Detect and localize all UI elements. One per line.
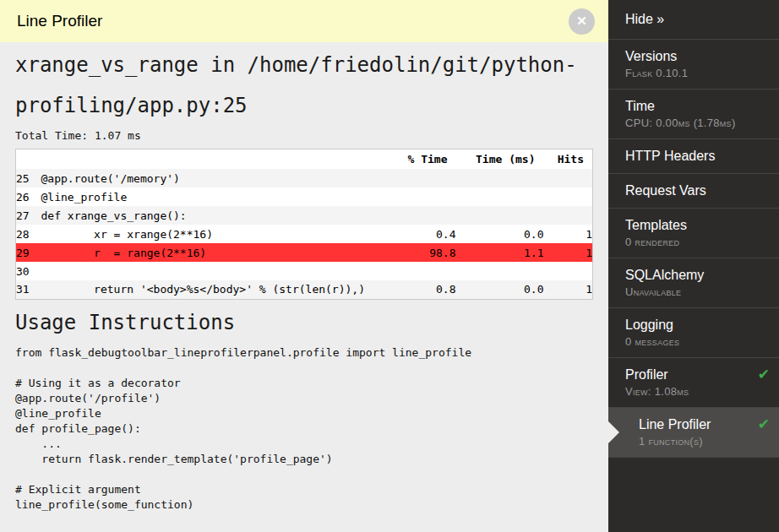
pct-time-cell bbox=[389, 187, 456, 206]
time-ms-cell: 1.1 bbox=[456, 243, 544, 262]
code-cell: r = range(2**16) bbox=[41, 243, 389, 262]
hits-cell: 1 bbox=[544, 243, 593, 262]
sidebar-item-label: SQLAlchemy bbox=[625, 267, 762, 284]
sidebar-item-label: Line Profiler bbox=[639, 416, 762, 433]
active-panel-arrow-icon bbox=[608, 421, 619, 443]
line-number: 31 bbox=[16, 280, 41, 299]
check-icon: ✔ bbox=[758, 415, 770, 433]
table-row: 29 r = range(2**16) 98.8 1.1 1 bbox=[16, 243, 593, 262]
column-pct-time: % Time bbox=[389, 149, 456, 170]
table-row: 27 def xrange_vs_range(): bbox=[16, 206, 593, 225]
table-row: 31 return '<body>%s</body>' % (str(len(r… bbox=[16, 280, 593, 299]
sidebar-item-templates[interactable]: Templates 0 rendered bbox=[608, 209, 779, 258]
profile-table: % Time Time (ms) Hits 25 @app.route('/me… bbox=[15, 149, 593, 300]
hits-cell: 1 bbox=[544, 225, 593, 243]
pct-time-cell: 98.8 bbox=[389, 243, 456, 262]
line-number: 30 bbox=[16, 262, 41, 280]
toolbar-sidebar: Hide » Versions Flask 0.10.1 Time CPU: 0… bbox=[608, 0, 779, 532]
time-ms-cell: 0.0 bbox=[456, 225, 544, 243]
usage-heading: Usage Instructions bbox=[15, 307, 593, 339]
code-cell bbox=[41, 262, 389, 280]
sidebar-item-subtitle: Flask 0.10.1 bbox=[625, 67, 762, 80]
time-ms-cell bbox=[456, 187, 544, 206]
line-number: 27 bbox=[16, 206, 41, 225]
profile-table-body: 25 @app.route('/memory') 26 @line_profil… bbox=[16, 169, 593, 299]
pct-time-cell bbox=[389, 262, 456, 280]
hide-label: Hide » bbox=[625, 11, 762, 28]
sidebar-item-profiler[interactable]: Profiler View: 1.08ms ✔ bbox=[608, 358, 779, 408]
sidebar-item-subtitle: 0 messages bbox=[625, 335, 762, 349]
code-cell: def xrange_vs_range(): bbox=[41, 206, 389, 225]
sidebar-item-sqlalchemy[interactable]: SQLAlchemy Unavailable bbox=[608, 258, 779, 308]
table-row: 26 @line_profile bbox=[16, 187, 593, 206]
table-row: 25 @app.route('/memory') bbox=[16, 169, 593, 187]
sidebar-item-label: Versions bbox=[625, 48, 762, 65]
line-profiler-panel: Line Profiler ✕ xrange_vs_range in /home… bbox=[0, 0, 608, 532]
code-cell: @app.route('/memory') bbox=[41, 169, 389, 187]
profile-table-header-row: % Time Time (ms) Hits bbox=[16, 149, 593, 170]
pct-time-cell: 0.8 bbox=[389, 280, 456, 299]
close-button[interactable]: ✕ bbox=[569, 8, 595, 35]
sidebar-item-versions[interactable]: Versions Flask 0.10.1 bbox=[608, 40, 779, 90]
line-number: 25 bbox=[16, 169, 41, 187]
sidebar-item-subtitle: CPU: 0.00ms (1.78ms) bbox=[625, 117, 762, 130]
sidebar-item-request-vars[interactable]: Request Vars bbox=[608, 174, 779, 209]
function-heading: xrange_vs_range in /home/friedolin/git/p… bbox=[15, 45, 593, 126]
sidebar-item-time[interactable]: Time CPU: 0.00ms (1.78ms) bbox=[608, 90, 779, 139]
hits-cell bbox=[544, 206, 593, 225]
close-icon: ✕ bbox=[576, 14, 587, 29]
sidebar-items: Versions Flask 0.10.1 Time CPU: 0.00ms (… bbox=[608, 40, 779, 458]
code-cell: return '<body>%s</body>' % (str(len(r)),… bbox=[41, 280, 389, 299]
hide-toolbar-button[interactable]: Hide » bbox=[608, 0, 779, 40]
sidebar-item-label: Profiler bbox=[625, 366, 762, 383]
sidebar-item-http-headers[interactable]: HTTP Headers bbox=[608, 139, 779, 174]
sidebar-item-subtitle: 0 rendered bbox=[625, 236, 762, 249]
table-row: 30 bbox=[16, 262, 593, 280]
sidebar-item-subtitle: Unavailable bbox=[625, 285, 762, 299]
usage-code: from flask_debugtoolbar_lineprofilerpane… bbox=[15, 345, 593, 513]
time-ms-cell bbox=[456, 206, 544, 225]
sidebar-item-label: Request Vars bbox=[625, 182, 762, 199]
sidebar-item-label: Logging bbox=[625, 317, 762, 334]
hits-cell: 1 bbox=[544, 280, 593, 299]
panel-title: Line Profiler bbox=[17, 12, 102, 30]
time-ms-cell: 0.0 bbox=[456, 280, 544, 299]
panel-header: Line Profiler ✕ bbox=[0, 0, 608, 42]
hits-cell bbox=[544, 262, 593, 280]
sidebar-item-label: Templates bbox=[625, 217, 762, 234]
pct-time-cell: 0.4 bbox=[389, 225, 456, 243]
hits-cell bbox=[544, 169, 593, 187]
sidebar-item-label: Time bbox=[625, 98, 762, 115]
column-time-ms: Time (ms) bbox=[456, 149, 544, 170]
line-number: 28 bbox=[16, 225, 41, 243]
table-row: 28 xr = xrange(2**16) 0.4 0.0 1 bbox=[16, 225, 593, 243]
panel-body: xrange_vs_range in /home/friedolin/git/p… bbox=[0, 45, 608, 513]
total-time: Total Time: 1.07 ms bbox=[15, 129, 593, 142]
sidebar-item-line-profiler[interactable]: Line Profiler 1 function(s) ✔ bbox=[608, 408, 779, 458]
column-hits: Hits bbox=[544, 149, 593, 170]
code-cell: @line_profile bbox=[41, 187, 389, 206]
pct-time-cell bbox=[389, 169, 456, 187]
line-number: 29 bbox=[16, 243, 41, 262]
pct-time-cell bbox=[389, 206, 456, 225]
sidebar-item-logging[interactable]: Logging 0 messages bbox=[608, 308, 779, 358]
line-number: 26 bbox=[16, 187, 41, 206]
sidebar-item-subtitle: 1 function(s) bbox=[639, 435, 762, 448]
time-ms-cell bbox=[456, 169, 544, 187]
hits-cell bbox=[544, 187, 593, 206]
sidebar-item-label: HTTP Headers bbox=[625, 148, 762, 165]
time-ms-cell bbox=[456, 262, 544, 280]
sidebar-item-subtitle: View: 1.08ms bbox=[625, 385, 762, 399]
code-cell: xr = xrange(2**16) bbox=[41, 225, 389, 243]
check-icon: ✔ bbox=[758, 366, 770, 383]
